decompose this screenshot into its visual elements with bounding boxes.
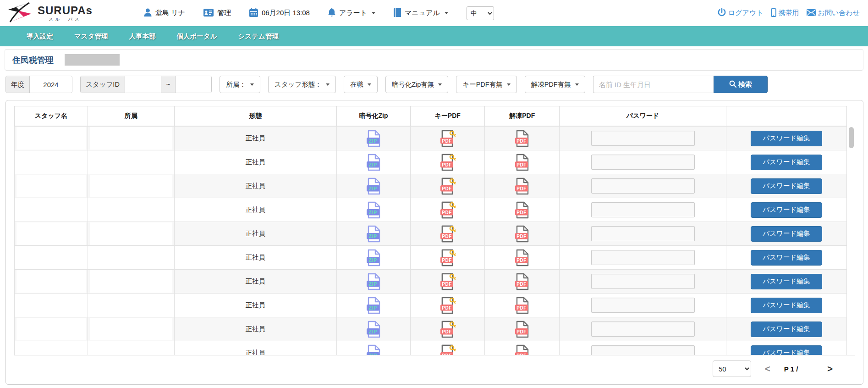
decrypted-pdf-file-icon[interactable]: PDF — [514, 158, 530, 165]
admin-menu[interactable]: 管理 — [203, 9, 231, 18]
page-size-select[interactable]: 50 — [713, 360, 751, 377]
cell-password — [560, 270, 726, 294]
password-field[interactable] — [591, 298, 695, 313]
key-pdf-file-icon[interactable]: PDF — [439, 158, 456, 165]
col-affiliation: 所属 — [88, 106, 174, 126]
password-edit-button[interactable]: パスワード編集 — [751, 178, 822, 194]
encrypted-zip-file-icon[interactable]: ZIP — [366, 277, 381, 284]
encrypted-zip-file-icon[interactable]: ZIP — [366, 205, 381, 213]
key-pdf-file-icon[interactable]: PDF — [439, 205, 456, 213]
filter-employment-dropdown[interactable]: 在職 — [344, 76, 378, 93]
key-pdf-file-icon[interactable]: PDF — [439, 134, 456, 141]
cell-key-pdf: PDF — [411, 341, 485, 356]
password-field[interactable] — [591, 155, 695, 170]
employment-dropdown-label: 在職 — [350, 80, 363, 89]
filter-affiliation-dropdown[interactable]: 所属： — [220, 76, 260, 93]
redacted-staff-name — [16, 294, 86, 316]
current-datetime: 06月20日 13:08 — [262, 9, 310, 17]
cell-staff-name — [15, 127, 88, 150]
filter-decrypted-pdf-dropdown[interactable]: 解凍PDF有無 — [525, 76, 585, 93]
filter-encrypted-zip-dropdown[interactable]: 暗号化Zip有無 — [385, 76, 449, 93]
password-edit-button[interactable]: パスワード編集 — [751, 226, 822, 242]
decrypted-pdf-file-icon[interactable]: PDF — [514, 205, 530, 213]
password-field[interactable] — [591, 131, 695, 146]
key-pdf-file-icon[interactable]: PDF — [439, 325, 456, 332]
cell-affiliation — [88, 198, 174, 222]
fiscal-year-input[interactable] — [30, 76, 72, 93]
password-edit-button[interactable]: パスワード編集 — [751, 345, 822, 356]
prev-page-button[interactable]: < — [765, 364, 770, 373]
password-edit-button[interactable]: パスワード編集 — [751, 131, 822, 146]
cell-encrypted-zip: ZIP — [336, 127, 411, 150]
cell-actions: パスワード編集 — [726, 174, 846, 198]
vertical-scrollbar[interactable] — [848, 126, 855, 355]
mobile-link[interactable]: 携帯用 — [771, 8, 799, 18]
decrypted-pdf-file-icon[interactable]: PDF — [514, 277, 530, 284]
scrollbar-thumb[interactable] — [849, 127, 854, 148]
password-edit-button[interactable]: パスワード編集 — [751, 274, 822, 289]
password-field[interactable] — [591, 345, 695, 355]
next-page-button[interactable]: > — [827, 364, 833, 373]
decrypted-pdf-file-icon[interactable]: PDF — [514, 349, 530, 355]
nav-item-system-management[interactable]: システム管理 — [238, 32, 279, 41]
key-pdf-file-icon[interactable]: PDF — [439, 301, 456, 308]
password-edit-button[interactable]: パスワード編集 — [751, 298, 822, 313]
key-pdf-file-icon[interactable]: PDF — [439, 182, 456, 189]
encrypted-zip-file-icon[interactable]: ZIP — [366, 158, 381, 165]
password-field[interactable] — [591, 178, 695, 194]
cell-key-pdf: PDF — [411, 246, 485, 270]
password-edit-button[interactable]: パスワード編集 — [751, 202, 822, 218]
encrypted-zip-file-icon[interactable]: ZIP — [366, 134, 381, 141]
encrypted-zip-file-icon[interactable]: ZIP — [366, 301, 381, 308]
cell-staff-name — [15, 341, 88, 356]
alert-menu[interactable]: アラート — [328, 8, 375, 18]
text-size-select[interactable]: 中 — [467, 6, 494, 20]
contact-link[interactable]: お問い合わせ — [807, 9, 860, 17]
staff-id-to-input[interactable] — [176, 76, 211, 93]
decrypted-pdf-file-icon[interactable]: PDF — [514, 301, 530, 308]
staff-id-from-input[interactable] — [125, 76, 161, 93]
encrypted-zip-file-icon[interactable]: ZIP — [366, 229, 381, 237]
nav-item-personal-portal[interactable]: 個人ポータル — [177, 32, 217, 41]
decrypted-pdf-file-icon[interactable]: PDF — [514, 134, 530, 141]
cell-actions: パスワード編集 — [726, 341, 846, 356]
password-field[interactable] — [591, 202, 695, 217]
app-logo[interactable]: SURUPAs スルーパス — [6, 2, 144, 25]
password-edit-button[interactable]: パスワード編集 — [751, 321, 822, 337]
col-staff-name: スタッフ名 — [15, 106, 88, 126]
filter-key-pdf-dropdown[interactable]: キーPDF有無 — [456, 76, 516, 93]
nav-item-hr-headquarters[interactable]: 人事本部 — [129, 32, 156, 41]
password-field[interactable] — [591, 321, 695, 337]
employment-type-value: 正社員 — [245, 182, 265, 189]
key-pdf-file-icon[interactable]: PDF — [439, 229, 456, 237]
encrypted-zip-file-icon[interactable]: ZIP — [366, 182, 381, 189]
manual-menu[interactable]: マニュアル — [394, 8, 448, 18]
svg-text:PDF: PDF — [442, 257, 452, 262]
filter-staff-type-dropdown[interactable]: スタッフ形態： — [268, 76, 336, 93]
key-pdf-file-icon[interactable]: PDF — [439, 349, 456, 355]
encrypted-zip-file-icon[interactable]: ZIP — [366, 325, 381, 332]
decrypted-pdf-file-icon[interactable]: PDF — [514, 325, 530, 332]
decrypted-pdf-file-icon[interactable]: PDF — [514, 253, 530, 261]
user-menu[interactable]: 堂島 リナ — [144, 8, 185, 18]
password-field[interactable] — [591, 226, 695, 241]
password-edit-button[interactable]: パスワード編集 — [751, 250, 822, 266]
redacted-staff-name — [16, 270, 86, 293]
logout-link[interactable]: ログアウト — [718, 8, 764, 18]
nav-item-master-management[interactable]: マスタ管理 — [74, 32, 108, 41]
svg-text:PDF: PDF — [516, 353, 527, 355]
cell-employment-type: 正社員 — [174, 127, 336, 150]
encrypted-zip-file-icon[interactable]: ZIP — [366, 349, 381, 355]
password-field[interactable] — [591, 274, 695, 289]
password-edit-button[interactable]: パスワード編集 — [751, 155, 822, 170]
decrypted-pdf-file-icon[interactable]: PDF — [514, 182, 530, 189]
svg-text:PDF: PDF — [442, 353, 452, 355]
decrypted-pdf-file-icon[interactable]: PDF — [514, 229, 530, 237]
key-pdf-file-icon[interactable]: PDF — [439, 253, 456, 261]
encrypted-zip-file-icon[interactable]: ZIP — [366, 253, 381, 261]
search-button[interactable]: 検索 — [714, 76, 768, 93]
nav-item-intro-settings[interactable]: 導入設定 — [27, 32, 53, 41]
password-field[interactable] — [591, 250, 695, 265]
keyword-search-input[interactable] — [593, 76, 714, 93]
key-pdf-file-icon[interactable]: PDF — [439, 277, 456, 284]
